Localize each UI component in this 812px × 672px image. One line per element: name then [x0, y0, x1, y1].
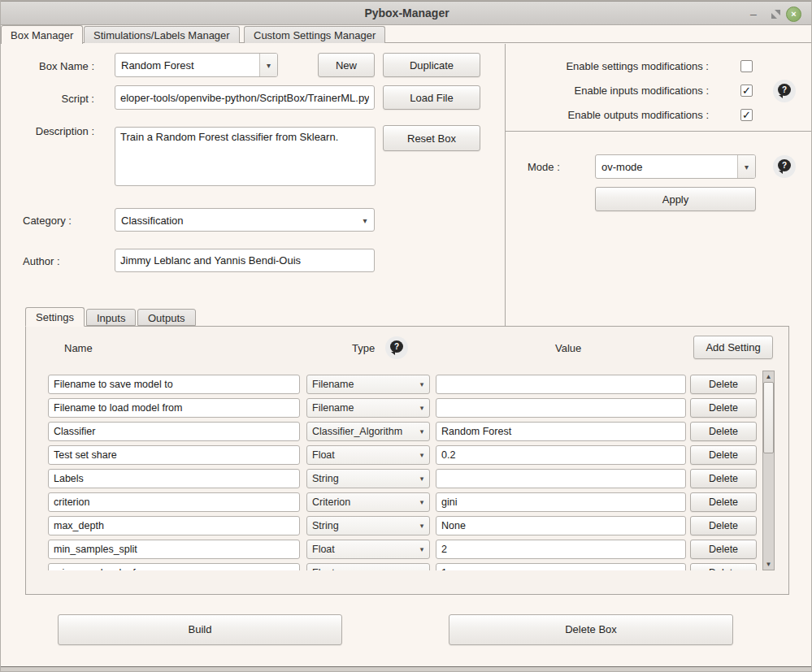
setting-name-input[interactable]	[48, 375, 300, 394]
author-label: Author :	[23, 255, 60, 267]
table-row: Filename ▾ Delete	[40, 398, 762, 418]
chevron-down-icon: ▾	[416, 522, 428, 530]
setting-name-input[interactable]	[48, 563, 300, 570]
vertical-scrollbar[interactable]: ▲ ▼	[762, 371, 775, 570]
setting-type-select[interactable]: Float ▾	[306, 445, 430, 465]
type-help-icon[interactable]: ?	[385, 336, 408, 359]
box-name-label: Box Name :	[1, 60, 94, 72]
modification-checkbox[interactable]: ✓	[740, 109, 753, 121]
tab-stimulations-labels-manager[interactable]: Stimulations/Labels Manager	[84, 26, 240, 43]
setting-name-input[interactable]	[48, 445, 300, 465]
subtab-label: Inputs	[97, 312, 125, 324]
setting-delete-button[interactable]: Delete	[690, 469, 757, 488]
chevron-down-icon: ▾	[737, 155, 755, 178]
setting-delete-button[interactable]: Delete	[690, 492, 757, 512]
setting-value-input[interactable]	[436, 516, 686, 535]
setting-type-label: Float	[312, 449, 335, 461]
column-header-name: Name	[64, 342, 93, 354]
setting-type-select[interactable]: String ▾	[306, 516, 430, 535]
setting-delete-button[interactable]: Delete	[690, 375, 757, 394]
setting-value-input[interactable]	[436, 422, 686, 441]
chevron-down-icon: ▾	[416, 380, 428, 388]
setting-delete-button[interactable]: Delete	[690, 563, 757, 570]
column-header-type: Type	[352, 342, 375, 354]
setting-delete-button[interactable]: Delete	[690, 540, 757, 559]
category-combobox[interactable]: Classification ▾	[115, 208, 375, 232]
setting-name-input[interactable]	[48, 398, 300, 418]
setting-type-label: String	[312, 520, 339, 531]
setting-name-input[interactable]	[48, 422, 300, 441]
modifications-help-icon[interactable]: ?	[773, 80, 796, 102]
setting-type-select[interactable]: Classifier_Algorithm ▾	[306, 422, 430, 441]
delete-box-button[interactable]: Delete Box	[449, 614, 733, 645]
author-input[interactable]	[115, 249, 375, 272]
new-button[interactable]: New	[318, 53, 375, 77]
app-window: Pybox-Manager – × Box Manager Stimulatio…	[0, 0, 812, 672]
script-input[interactable]	[115, 85, 375, 110]
description-label: Description :	[1, 125, 94, 137]
setting-value-input[interactable]	[436, 492, 686, 512]
build-button[interactable]: Build	[58, 614, 342, 645]
restore-button restore-icon[interactable]	[771, 10, 780, 19]
setting-name-input[interactable]	[48, 469, 300, 488]
setting-name-input[interactable]	[48, 516, 300, 535]
tab-outputs[interactable]: Outputs	[137, 309, 196, 326]
enable-settings-modifications-label: Enable settings modifications :	[566, 60, 709, 72]
apply-button[interactable]: Apply	[595, 187, 756, 211]
tab-label: Stimulations/Labels Manager	[93, 29, 230, 41]
add-setting-button[interactable]: Add Setting	[693, 336, 773, 359]
setting-delete-button[interactable]: Delete	[690, 398, 757, 418]
tab-settings[interactable]: Settings	[25, 307, 85, 327]
table-row: String ▾ Delete	[40, 469, 762, 488]
setting-type-select[interactable]: Float ▾	[306, 563, 430, 570]
setting-name-input[interactable]	[48, 540, 300, 559]
modification-checkbox[interactable]	[740, 60, 753, 72]
setting-type-label: Criterion	[312, 496, 350, 508]
category-label: Category :	[23, 215, 72, 227]
setting-type-select[interactable]: Criterion ▾	[306, 492, 430, 512]
duplicate-button[interactable]: Duplicate	[383, 53, 480, 77]
window-bottom-edge	[1, 666, 812, 672]
chevron-down-icon: ▾	[356, 209, 374, 231]
scroll-up-icon[interactable]: ▲	[763, 371, 774, 382]
setting-value-input[interactable]	[436, 445, 686, 465]
mode-combobox[interactable]: ov-mode ▾	[595, 154, 756, 179]
scrollbar-thumb[interactable]	[763, 382, 774, 453]
setting-delete-button[interactable]: Delete	[690, 445, 757, 465]
question-mark-icon: ?	[390, 340, 403, 353]
close-icon: ×	[791, 9, 796, 19]
tab-custom-settings-manager[interactable]: Custom Settings Manager	[244, 26, 385, 43]
reset-box-button[interactable]: Reset Box	[383, 125, 480, 151]
tab-inputs[interactable]: Inputs	[86, 309, 136, 326]
setting-value-input[interactable]	[436, 375, 686, 394]
setting-value-input[interactable]	[436, 398, 686, 418]
table-row: Classifier_Algorithm ▾ Delete	[40, 422, 762, 441]
setting-type-select[interactable]: Filename ▾	[306, 375, 430, 394]
load-file-button[interactable]: Load File	[383, 85, 480, 110]
setting-delete-button[interactable]: Delete	[690, 516, 757, 535]
modification-checkbox[interactable]: ✓	[740, 85, 753, 97]
setting-name-input[interactable]	[48, 492, 300, 512]
tab-label: Custom Settings Manager	[254, 29, 376, 41]
setting-value-input[interactable]	[436, 469, 686, 488]
mode-label: Mode :	[528, 161, 560, 173]
setting-type-select[interactable]: Filename ▾	[306, 398, 430, 418]
box-name-combobox[interactable]: Random Forest ▾	[115, 53, 278, 77]
description-textarea[interactable]	[115, 127, 376, 186]
close-button[interactable]: ×	[786, 7, 801, 22]
minimize-icon: –	[750, 7, 757, 20]
mode-help-icon[interactable]: ?	[773, 155, 796, 178]
setting-value-input[interactable]	[436, 563, 686, 570]
setting-delete-button[interactable]: Delete	[690, 422, 757, 441]
tab-box-manager[interactable]: Box Manager	[1, 25, 83, 44]
setting-type-select[interactable]: String ▾	[306, 469, 430, 488]
setting-type-select[interactable]: Float ▾	[306, 540, 430, 559]
chevron-down-icon: ▾	[416, 404, 428, 412]
chevron-down-icon: ▾	[416, 545, 428, 553]
setting-value-input[interactable]	[436, 540, 686, 559]
category-value: Classification	[121, 214, 184, 226]
chevron-down-icon: ▾	[416, 427, 428, 436]
minimize-button[interactable]: –	[747, 5, 760, 23]
scroll-down-icon[interactable]: ▼	[763, 559, 774, 570]
window-title: Pybox-Manager	[1, 7, 812, 20]
